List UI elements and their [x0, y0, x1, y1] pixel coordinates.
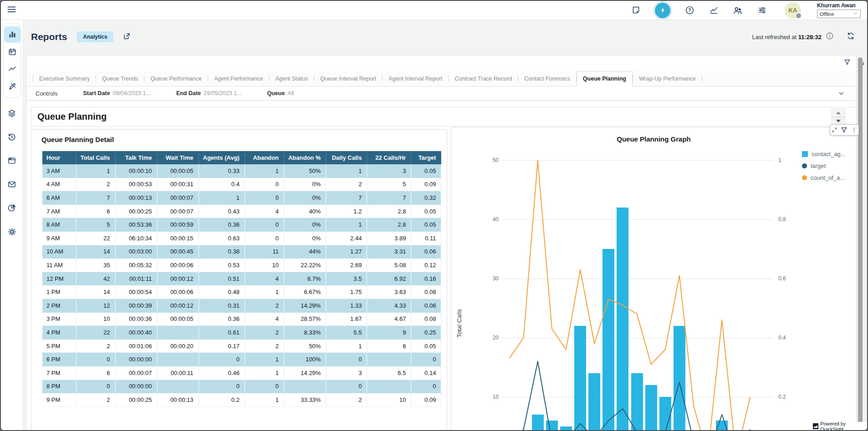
table-cell — [284, 380, 326, 393]
spinner-up-button[interactable] — [832, 109, 845, 117]
column-header[interactable]: Target — [411, 151, 441, 164]
legend-item-target[interactable]: target — [802, 162, 845, 169]
sidebar-item-line-chart[interactable] — [4, 61, 20, 77]
table-cell: 5 PM — [42, 339, 76, 353]
filter-value[interactable]: All — [287, 90, 294, 96]
table-cell: 11 — [245, 245, 284, 259]
table-row: 11 AM3500:05:3200:00:060.531022.22%2.695… — [42, 259, 441, 272]
tab-agent-performance[interactable]: Agent Performance — [208, 71, 269, 86]
table-row: 12 PM4200:01:1100:00:120.5148.7%3.56.920… — [42, 272, 441, 285]
tab-queue-trends[interactable]: Queue Trends — [96, 71, 144, 86]
bar-3-pm[interactable] — [659, 397, 671, 431]
sidebar-item-layers[interactable] — [4, 105, 20, 122]
refresh-icon[interactable] — [846, 31, 855, 42]
column-header[interactable]: Abandon — [245, 151, 284, 164]
table-cell: 3 PM — [42, 312, 76, 326]
tab-queue-performance[interactable]: Queue Performance — [144, 71, 208, 86]
column-header[interactable]: Talk Time — [115, 151, 157, 164]
quicksight-badge[interactable]: Powered by QuickSight — [811, 422, 867, 431]
column-header[interactable]: Hour — [42, 151, 76, 164]
status-select[interactable]: Offline — [817, 10, 861, 18]
bar-10-am[interactable] — [588, 373, 600, 431]
tab-contact-forensics[interactable]: Contact Forensics — [518, 71, 576, 86]
column-header[interactable]: Abandon % — [284, 151, 326, 164]
sidebar-item-history[interactable] — [4, 129, 20, 145]
bar-7-am[interactable] — [546, 421, 558, 431]
filter-value[interactable]: 09/04/2023 1... — [112, 90, 150, 96]
table-cell — [367, 380, 411, 393]
bar-1-pm[interactable] — [631, 373, 643, 431]
bar-2-pm[interactable] — [645, 385, 657, 431]
column-header[interactable]: Wait Time — [157, 151, 199, 164]
filter-start-date: Start Date09/04/2023 1... — [83, 90, 150, 96]
column-header[interactable]: Agents (Avg) — [199, 151, 245, 164]
sidebar-item-pie-chart[interactable] — [4, 200, 20, 216]
controls-collapse-chevron-icon[interactable] — [837, 90, 845, 99]
help-icon[interactable]: ? — [684, 5, 694, 15]
y-axis-tick-left: 20 — [480, 335, 499, 341]
bolt-icon[interactable] — [655, 3, 670, 18]
table-cell: 0 — [245, 231, 284, 245]
tab-contract-trace-record[interactable]: Contract Trace Record — [449, 71, 518, 86]
kebab-menu-icon[interactable] — [851, 127, 857, 133]
table-cell: 1 — [245, 285, 284, 299]
tab-queue-planning[interactable]: Queue Planning — [577, 71, 633, 86]
table-cell: 00:00:13 — [115, 191, 157, 205]
scrollbar-thumb[interactable] — [858, 57, 863, 430]
legend-item-contact-ag-[interactable]: contact_ag... — [802, 151, 845, 157]
filter-icon[interactable] — [840, 126, 848, 134]
tab-agent-status[interactable]: Agent Status — [270, 71, 314, 86]
info-icon[interactable] — [826, 32, 834, 42]
legend-marker — [802, 163, 807, 168]
legend-label: target — [811, 162, 826, 169]
table-cell: 10 — [245, 259, 284, 272]
expand-icon[interactable] — [832, 127, 837, 133]
sidebar-item-gear[interactable] — [4, 223, 20, 240]
visual-toolbar — [830, 124, 859, 136]
hamburger-menu-icon[interactable] — [7, 5, 16, 16]
tab-agent-interval-report[interactable]: Agent Interval Report — [383, 71, 448, 86]
table-cell: 00:00:40 — [115, 326, 157, 340]
sidebar-item-mail[interactable] — [4, 176, 20, 193]
table-cell: 4 — [245, 312, 284, 326]
bar-12-pm[interactable] — [617, 208, 628, 431]
bar-11-am[interactable] — [602, 249, 614, 431]
bar-4-pm[interactable] — [674, 326, 685, 431]
sidebar-item-calendar[interactable] — [4, 44, 20, 60]
column-header[interactable]: 22 Calls/Hr — [367, 151, 411, 164]
table-cell: 0.61 — [199, 326, 245, 340]
sidebar-item-design[interactable] — [4, 78, 20, 95]
controls-bar: Controls Start Date09/04/2023 1...End Da… — [26, 86, 855, 101]
y-axis-label: Total Calls — [456, 237, 463, 410]
filter-value[interactable]: 29/05/2023 1... — [204, 90, 241, 96]
y-axis-tick-left: 50 — [480, 157, 499, 163]
legend-item-count-of-a-[interactable]: count_of_a... — [802, 174, 845, 181]
controls-label: Controls — [36, 90, 57, 97]
table-cell: 00:00:07 — [157, 204, 199, 218]
sidebar-item-window[interactable] — [4, 152, 20, 169]
status-dot — [795, 12, 802, 19]
sidebar-item-bar-chart[interactable] — [4, 26, 20, 43]
column-header[interactable]: Total Calls — [76, 151, 115, 164]
bar-7-pm[interactable] — [716, 421, 728, 431]
external-link-icon[interactable] — [123, 32, 131, 42]
table-cell: 0.11 — [411, 231, 441, 245]
sliders-icon[interactable] — [757, 5, 767, 15]
trend-icon[interactable] — [709, 5, 719, 15]
tab-executive-summary[interactable]: Executive Summary — [33, 71, 96, 86]
spinner-down-button[interactable] — [832, 117, 845, 125]
users-icon[interactable] — [733, 5, 743, 15]
bar-9-am[interactable] — [574, 326, 586, 431]
table-cell: 00:00:39 — [115, 299, 157, 312]
table-row: 7 PM600:00:0700:00:110.46114.29%36.50.14 — [42, 366, 441, 380]
filter-icon[interactable] — [843, 58, 851, 68]
note-icon[interactable] — [631, 5, 641, 15]
bar-6-am[interactable] — [532, 415, 544, 431]
table-cell: 33.33% — [284, 393, 326, 407]
tab-wrap-up-performance[interactable]: Wrap-Up Performance — [633, 71, 702, 86]
tab-queue-interval-report[interactable]: Queue Interval Report — [314, 71, 382, 86]
page-title: Reports — [31, 31, 67, 42]
table-cell: 00:00:25 — [115, 204, 157, 218]
bar-8-am[interactable] — [560, 426, 572, 431]
column-header[interactable]: Daily Calls — [326, 151, 367, 164]
